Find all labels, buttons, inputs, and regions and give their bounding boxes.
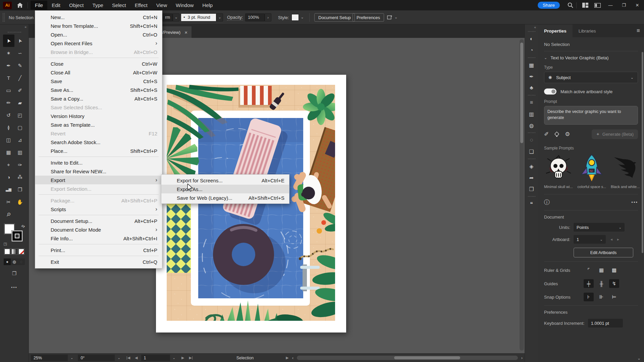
menu-item-export[interactable]: Export› xyxy=(35,176,162,184)
menu-item-new-from-template[interactable]: New from Template...Shift+Ctrl+N xyxy=(35,21,162,30)
chevron-down-icon[interactable]: ⌄ xyxy=(394,15,397,19)
status-play-icon[interactable]: ▶ xyxy=(286,356,288,360)
search-icon[interactable] xyxy=(568,2,573,8)
menu-window[interactable]: Window xyxy=(171,1,198,10)
units-dropdown[interactable]: Points ⌄ xyxy=(574,223,625,232)
zoom-tool[interactable]: ⚲ xyxy=(3,208,14,221)
panel-scroll-thumb[interactable] xyxy=(642,52,643,253)
symbol-sprayer-tool[interactable]: ⁂ xyxy=(14,171,26,183)
arrange-artboards-dropdown[interactable]: ⌄ xyxy=(386,15,397,20)
t2v-section-header[interactable]: ⌄ Text to Vector Graphic (Beta) xyxy=(544,55,638,60)
menu-help[interactable]: Help xyxy=(198,1,217,10)
chevron-down-icon[interactable]: ⌄ xyxy=(70,356,73,360)
type-dropdown[interactable]: ❋ Subject ⌄ xyxy=(544,72,638,83)
snap-guides-icon[interactable]: ↯ xyxy=(609,279,619,288)
stroke-style-dropdown[interactable]: • 3 pt. Round ⌄ xyxy=(181,13,223,21)
gradient-tool[interactable]: ▥ xyxy=(14,146,26,159)
strip-drag-handle[interactable] xyxy=(528,31,535,32)
menu-item-open-recent[interactable]: Open Recent Files› xyxy=(35,39,162,48)
info-icon[interactable]: ⓘ xyxy=(544,198,550,206)
menu-item-save-for-web[interactable]: Save for Web (Legacy)...Alt+Shift+Ctrl+S xyxy=(161,193,289,202)
symbols-panel-icon[interactable]: ♣ xyxy=(527,82,536,94)
keyboard-increment-field[interactable]: 1.0001 pt xyxy=(588,319,623,327)
ruler-icon[interactable]: ⌜ xyxy=(584,266,594,275)
strip-drag-handle[interactable] xyxy=(528,132,535,133)
menu-item-save[interactable]: SaveCtrl+S xyxy=(35,77,162,85)
curvature-tool[interactable]: ✎ xyxy=(14,59,26,72)
color-guide-panel-icon[interactable]: ◔ xyxy=(527,45,536,56)
toolbar-drag-handle[interactable] xyxy=(8,32,21,33)
stroke-panel-icon[interactable]: ≡ xyxy=(527,97,536,108)
menu-item-save-a-copy[interactable]: Save a Copy...Alt+Ctrl+S xyxy=(35,94,162,103)
next-artboard-icon[interactable]: ▸ xyxy=(617,237,619,242)
more-options-icon[interactable]: ••• xyxy=(631,200,638,205)
menu-item-new[interactable]: New...Ctrl+N xyxy=(35,13,162,21)
toolbar-more-icon[interactable]: ••• xyxy=(11,285,17,290)
type-tool[interactable]: T xyxy=(3,72,14,84)
gear-icon[interactable]: ⚙ xyxy=(565,131,570,138)
panel-menu-icon[interactable]: ≡ xyxy=(637,24,644,37)
menu-type[interactable]: Type xyxy=(88,1,108,10)
draw-behind-mode[interactable]: ◍ xyxy=(11,258,18,265)
artboards-panel-icon[interactable]: ❐ xyxy=(527,183,536,195)
chevron-down-icon[interactable]: ⌄ xyxy=(299,13,306,21)
opacity-control[interactable]: 100% › xyxy=(245,13,271,21)
menu-object[interactable]: Object xyxy=(65,1,88,10)
share-button[interactable]: Share xyxy=(538,2,560,9)
chevron-down-icon[interactable]: ⌄ xyxy=(173,13,179,21)
artboard-dropdown[interactable]: 1 ⌄ xyxy=(574,235,606,244)
appearance-panel-icon[interactable]: ◌ xyxy=(527,134,536,146)
slice-tool[interactable]: ✂ xyxy=(3,196,14,208)
toolbar-collapse-icon[interactable]: « xyxy=(0,24,29,31)
scale-tool[interactable]: ◰ xyxy=(14,109,26,121)
prompt-input[interactable]: Describe the vector graphic you want to … xyxy=(544,106,638,125)
pen-tool[interactable]: ✒ xyxy=(3,59,14,72)
strip-drag-handle[interactable] xyxy=(528,159,535,159)
artboard-nav-field[interactable]: 1 xyxy=(141,355,170,361)
perspective-grid-tool[interactable]: ⊿ xyxy=(14,134,26,146)
menu-item-scripts[interactable]: Scripts› xyxy=(35,205,162,214)
menu-item-exit[interactable]: ExitCtrl+Q xyxy=(35,257,162,266)
minimize-button[interactable]: — xyxy=(604,0,617,10)
stroke-swatch[interactable] xyxy=(12,231,22,241)
menu-item-version-history[interactable]: Version History xyxy=(35,112,162,120)
none-button[interactable] xyxy=(18,249,24,254)
strip-drag-handle[interactable] xyxy=(528,196,535,197)
panel-layout-icon[interactable] xyxy=(594,3,601,8)
magic-wand-tool[interactable]: ✶ xyxy=(3,47,14,59)
workspace-switcher-icon[interactable] xyxy=(582,3,588,8)
swatches-panel-icon[interactable]: ▦ xyxy=(527,59,536,71)
width-tool[interactable]: ≬ xyxy=(3,121,14,134)
chevron-down-icon[interactable]: ⌄ xyxy=(216,13,223,21)
opacity-value[interactable]: 100% xyxy=(245,13,265,21)
color-button[interactable] xyxy=(4,249,10,254)
previous-artboard-icon[interactable]: ◂ xyxy=(610,237,612,242)
chevron-down-icon[interactable]: ⌄ xyxy=(544,56,547,60)
snap-pixel-icon[interactable]: ⊨ xyxy=(609,293,619,301)
generate-button[interactable]: ✦ Generate (Beta) xyxy=(592,129,638,139)
menu-item-document-color-mode[interactable]: Document Color Mode› xyxy=(35,225,162,234)
scroll-right-icon[interactable]: › xyxy=(521,355,523,360)
tab-libraries[interactable]: Libraries xyxy=(573,24,602,37)
transparency-panel-icon[interactable]: ◍ xyxy=(527,120,536,131)
strip-drag-handle[interactable] xyxy=(528,95,535,96)
edit-artboards-button[interactable]: Edit Artboards xyxy=(574,248,633,257)
graphic-styles-panel-icon[interactable]: ❏ xyxy=(527,146,536,157)
style-swatch[interactable] xyxy=(291,14,299,21)
last-artboard-icon[interactable]: ▶| xyxy=(189,356,193,360)
scroll-left-icon[interactable]: ‹ xyxy=(292,355,293,360)
draw-inside-mode[interactable]: ◌ xyxy=(18,258,25,265)
preferences-button[interactable]: Preferences xyxy=(353,13,384,21)
swap-fill-stroke-icon[interactable]: ⇄ xyxy=(20,223,26,229)
draw-normal-mode[interactable]: ● xyxy=(4,258,11,265)
gradient-button[interactable] xyxy=(11,249,17,254)
restore-button[interactable]: ❐ xyxy=(617,0,631,10)
shape-builder-tool[interactable]: ◫ xyxy=(3,134,14,146)
document-setup-button[interactable]: Document Setup xyxy=(314,13,355,21)
eraser-tool[interactable]: ▰ xyxy=(14,97,26,109)
menu-item-close-all[interactable]: Close AllAlt+Ctrl+W xyxy=(35,68,162,77)
transform-dropdown[interactable]: rm ⌄ xyxy=(162,13,179,21)
line-tool[interactable]: ╱ xyxy=(14,72,26,84)
menu-file[interactable]: File xyxy=(31,1,47,10)
style-swatch-dropdown[interactable]: ⌄ xyxy=(291,13,306,21)
